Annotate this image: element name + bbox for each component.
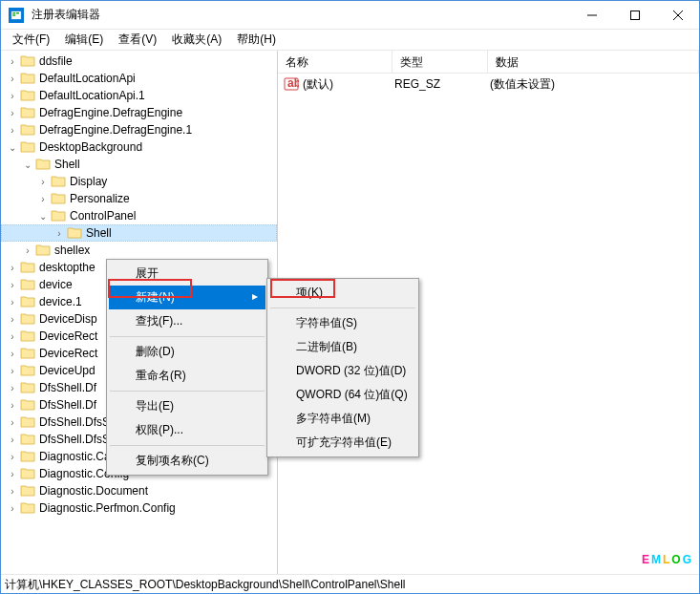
expander-open-icon[interactable]: ⌄ (5, 139, 20, 155)
expander-closed-icon[interactable]: › (5, 432, 20, 447)
tree-item[interactable]: ›DefragEngine.DefragEngine.1 (1, 121, 277, 138)
expander-closed-icon[interactable]: › (5, 53, 20, 69)
ctx-new-multistring[interactable]: 多字符串值(M) (269, 407, 416, 431)
expander-closed-icon[interactable]: › (5, 346, 20, 361)
expander-closed-icon[interactable]: › (5, 329, 20, 344)
ctx-new[interactable]: 新建(N) (109, 286, 265, 309)
svg-rect-3 (12, 14, 15, 16)
tree-label: Display (70, 175, 107, 188)
folder-icon (20, 450, 35, 463)
expander-closed-icon[interactable]: › (5, 311, 20, 327)
expander-closed-icon[interactable]: › (52, 225, 67, 241)
expander-closed-icon[interactable]: › (5, 363, 20, 378)
expander-closed-icon[interactable]: › (5, 294, 20, 309)
context-menu-primary: 展开 新建(N) 查找(F)... 删除(D) 重命名(R) 导出(E) 权限(… (106, 259, 268, 476)
menu-favorites[interactable]: 收藏夹(A) (164, 30, 229, 50)
ctx-separator (110, 445, 265, 446)
expander-closed-icon[interactable]: › (5, 397, 20, 413)
col-type[interactable]: 类型 (392, 51, 488, 73)
tree-item[interactable]: ›DefaultLocationApi.1 (1, 87, 277, 104)
tree-item[interactable]: ⌄ControlPanel (1, 207, 277, 224)
folder-icon (51, 175, 66, 188)
expander-closed-icon[interactable]: › (5, 277, 20, 292)
ctx-export[interactable]: 导出(E) (109, 394, 265, 418)
list-row[interactable]: ab (默认) REG_SZ (数值未设置) (280, 75, 697, 93)
expander-closed-icon[interactable]: › (5, 122, 20, 138)
value-type: REG_SZ (394, 77, 490, 91)
expander-closed-icon[interactable]: › (5, 71, 20, 86)
folder-icon (20, 381, 35, 394)
expander-closed-icon[interactable]: › (35, 191, 51, 206)
expander-open-icon[interactable]: ⌄ (35, 208, 51, 223)
tree-label: ControlPanel (70, 209, 136, 223)
tree-item[interactable]: ›shellex (1, 242, 277, 259)
expander-closed-icon[interactable]: › (20, 243, 35, 258)
ctx-permissions[interactable]: 权限(P)... (109, 418, 265, 442)
tree-item[interactable]: ⌄DesktopBackground (1, 138, 277, 156)
tree-label: DefragEngine.DefragEngine (39, 106, 182, 119)
tree-label: DefaultLocationApi.1 (39, 89, 145, 102)
tree-item[interactable]: ›DefragEngine.DefragEngine (1, 104, 277, 121)
tree-item[interactable]: ›DefaultLocationApi (1, 70, 277, 87)
ctx-new-string[interactable]: 字符串值(S) (269, 311, 416, 335)
tree-label: desktopthe (39, 261, 95, 274)
tree-item[interactable]: ›Personalize (1, 190, 277, 207)
svg-rect-5 (630, 11, 639, 19)
tree-item[interactable]: ›ddsfile (1, 53, 277, 70)
tree-item[interactable]: ›Shell (1, 224, 277, 242)
expander-closed-icon[interactable]: › (5, 380, 20, 395)
value-name: (默认) (303, 76, 394, 93)
menubar: 文件(F) 编辑(E) 查看(V) 收藏夹(A) 帮助(H) (1, 30, 699, 51)
col-name[interactable]: 名称 (278, 51, 392, 73)
ctx-rename[interactable]: 重命名(R) (109, 364, 265, 388)
tree-item[interactable]: ›Diagnostic.Perfmon.Config (1, 499, 277, 517)
tree-label: DeviceRect (39, 329, 97, 343)
menu-file[interactable]: 文件(F) (5, 30, 57, 50)
ctx-delete[interactable]: 删除(D) (109, 340, 265, 364)
expander-closed-icon[interactable]: › (5, 500, 20, 516)
expander-closed-icon[interactable]: › (35, 174, 51, 189)
tree-label: Personalize (70, 192, 130, 205)
menu-edit[interactable]: 编辑(E) (57, 30, 111, 50)
expander-closed-icon[interactable]: › (5, 260, 20, 275)
expander-closed-icon[interactable]: › (5, 414, 20, 430)
expander-open-icon[interactable]: ⌄ (20, 157, 35, 172)
ctx-expand[interactable]: 展开 (109, 262, 265, 286)
folder-icon (20, 140, 35, 154)
ctx-new-binary[interactable]: 二进制值(B) (269, 335, 416, 359)
ctx-new-expandable[interactable]: 可扩充字符串值(E) (269, 431, 416, 455)
ctx-new-key[interactable]: 项(K) (269, 281, 416, 305)
ctx-find[interactable]: 查找(F)... (109, 309, 265, 333)
minimize-button[interactable] (570, 1, 613, 30)
ctx-separator (110, 391, 265, 392)
value-data: (数值未设置) (490, 76, 555, 93)
tree-label: shellex (54, 244, 90, 257)
folder-icon (20, 467, 35, 480)
string-value-icon: ab (284, 76, 299, 92)
tree-item[interactable]: ›Display (1, 173, 277, 190)
menu-view[interactable]: 查看(V) (111, 30, 164, 50)
tree-item[interactable]: ⌄Shell (1, 156, 277, 173)
tree-label: Shell (86, 226, 112, 240)
col-data[interactable]: 数据 (488, 51, 699, 73)
folder-icon (35, 244, 51, 257)
expander-closed-icon[interactable]: › (5, 449, 20, 464)
svg-rect-2 (16, 12, 19, 14)
window-title: 注册表编辑器 (32, 7, 570, 23)
folder-icon (20, 415, 35, 429)
folder-icon (20, 312, 35, 326)
folder-icon (20, 89, 35, 102)
ctx-new-dword[interactable]: DWORD (32 位)值(D) (269, 359, 416, 383)
tree-label: ddsfile (39, 54, 73, 68)
expander-closed-icon[interactable]: › (5, 483, 20, 499)
menu-help[interactable]: 帮助(H) (229, 30, 284, 50)
expander-closed-icon[interactable]: › (5, 466, 20, 481)
ctx-copy-key-name[interactable]: 复制项名称(C) (109, 449, 265, 473)
app-icon (9, 8, 24, 23)
close-button[interactable] (656, 1, 699, 30)
tree-item[interactable]: ›Diagnostic.Document (1, 482, 277, 499)
maximize-button[interactable] (613, 1, 656, 30)
expander-closed-icon[interactable]: › (5, 88, 20, 103)
expander-closed-icon[interactable]: › (5, 105, 20, 120)
ctx-new-qword[interactable]: QWORD (64 位)值(Q) (269, 383, 416, 407)
